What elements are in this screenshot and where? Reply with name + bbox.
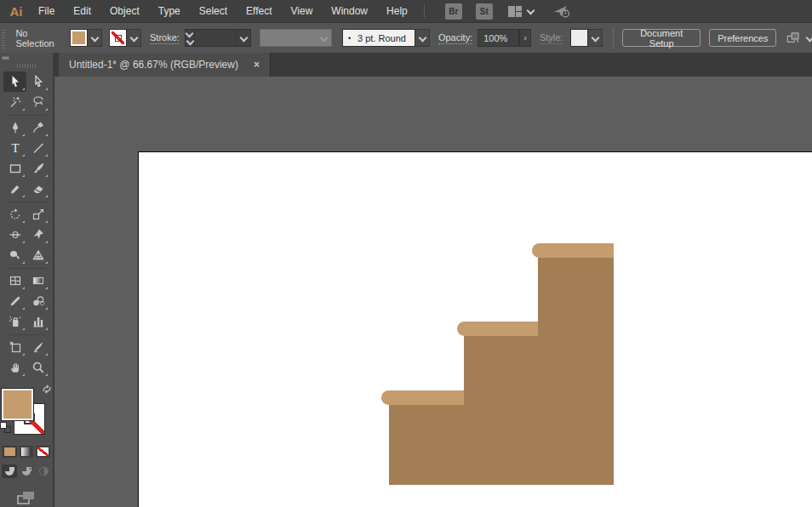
- tool-hand[interactable]: [3, 357, 26, 378]
- stair-tread-top[interactable]: [532, 243, 614, 258]
- menu-item-view[interactable]: View: [282, 0, 323, 22]
- selection-arrow-icon: [9, 75, 22, 88]
- menu-item-type[interactable]: Type: [149, 0, 190, 22]
- align-to-artboard-icon[interactable]: [786, 31, 802, 46]
- stroke-weight-stepper[interactable]: [185, 29, 196, 47]
- stroke-color-combo[interactable]: [109, 29, 141, 47]
- stroke-color-swatch[interactable]: [109, 29, 127, 47]
- fill-color-combo[interactable]: [70, 29, 102, 47]
- menu-item-object[interactable]: Object: [100, 0, 149, 22]
- tool-artboard[interactable]: [3, 337, 26, 357]
- tool-gradient[interactable]: [26, 271, 49, 291]
- stroke-label[interactable]: Stroke:: [150, 32, 180, 44]
- tool-perspective-grid[interactable]: [26, 245, 49, 265]
- brush-definition-combo[interactable]: • 3 pt. Round: [342, 29, 430, 47]
- chevron-down-icon[interactable]: [527, 8, 534, 14]
- workspace-switcher-icon[interactable]: [508, 6, 522, 17]
- hand-icon: [9, 361, 22, 374]
- artboard[interactable]: [138, 151, 812, 507]
- document-tab[interactable]: Untitled-1* @ 66.67% (RGB/Preview) ×: [59, 53, 271, 77]
- collapse-panel-icon[interactable]: ««: [0, 53, 53, 64]
- swap-fill-stroke-icon[interactable]: [42, 385, 52, 394]
- draw-behind-button[interactable]: [19, 464, 34, 478]
- panel-drag-grip[interactable]: [0, 64, 53, 71]
- tool-line-segment[interactable]: [26, 138, 49, 158]
- opacity-input[interactable]: 100%: [477, 29, 519, 47]
- default-fill-stroke-icon[interactable]: [0, 422, 12, 434]
- document-setup-button[interactable]: Document Setup: [622, 29, 700, 47]
- tool-symbol-sprayer[interactable]: [3, 311, 26, 332]
- menu-item-edit[interactable]: Edit: [64, 0, 100, 22]
- style-swatch[interactable]: [570, 29, 588, 47]
- stairs-artwork[interactable]: [139, 152, 812, 507]
- stroke-weight-select[interactable]: [195, 29, 251, 47]
- preferences-button[interactable]: Preferences: [709, 29, 776, 47]
- chevron-down-icon[interactable]: [806, 35, 812, 42]
- tool-zoom[interactable]: [26, 357, 49, 378]
- canvas[interactable]: [54, 77, 812, 507]
- share-screen-off-icon[interactable]: [552, 3, 571, 19]
- opacity-panel-expand[interactable]: ›: [519, 29, 530, 47]
- tool-paintbrush[interactable]: [26, 158, 49, 179]
- fill-indicator[interactable]: [2, 389, 33, 420]
- tool-slice[interactable]: [26, 337, 49, 357]
- brush-definition-value[interactable]: • 3 pt. Round: [342, 29, 415, 47]
- panel-grip[interactable]: [2, 28, 5, 48]
- menu-item-file[interactable]: File: [29, 0, 64, 22]
- tool-column-graph[interactable]: [26, 311, 49, 332]
- brush-preview-dot: •: [348, 34, 351, 43]
- tool-eyedropper[interactable]: [3, 291, 26, 311]
- fill-color-dropdown[interactable]: [88, 29, 102, 47]
- curvature-icon: [31, 121, 45, 134]
- tool-pencil[interactable]: [3, 179, 26, 199]
- tool-mesh[interactable]: [3, 271, 26, 291]
- tool-direct-selection[interactable]: [26, 71, 49, 92]
- paintbrush-icon: [31, 162, 45, 175]
- stock-button[interactable]: St: [476, 3, 493, 20]
- tool-puppet-warp[interactable]: [26, 225, 49, 245]
- tool-rotate[interactable]: [3, 204, 26, 225]
- draw-inside-button[interactable]: [36, 464, 51, 478]
- tool-blend[interactable]: [26, 291, 49, 311]
- scale-icon: [31, 208, 45, 221]
- magic-wand-icon: [9, 95, 22, 109]
- style-dropdown[interactable]: [588, 29, 603, 47]
- tool-rectangle[interactable]: [3, 158, 26, 179]
- tool-eraser[interactable]: [26, 179, 49, 199]
- stroke-weight-dropdown[interactable]: [236, 30, 250, 46]
- bridge-button[interactable]: Br: [445, 3, 462, 20]
- menu-item-effect[interactable]: Effect: [237, 0, 281, 22]
- color-button[interactable]: [3, 446, 17, 458]
- menu-item-select[interactable]: Select: [190, 0, 237, 22]
- tool-curvature[interactable]: [26, 117, 49, 138]
- rectangle-icon: [9, 162, 22, 175]
- draw-normal-button[interactable]: [2, 464, 17, 478]
- tool-width[interactable]: [3, 225, 26, 245]
- tool-scale[interactable]: [26, 204, 49, 225]
- menu-item-help[interactable]: Help: [377, 0, 417, 22]
- opacity-label[interactable]: Opacity:: [438, 32, 472, 44]
- stair-tread-middle[interactable]: [457, 322, 538, 336]
- svg-text:T: T: [11, 141, 19, 155]
- menu-bar: Ai File Edit Object Type Select Effect V…: [0, 0, 812, 22]
- tool-selection[interactable]: [3, 71, 26, 92]
- brush-definition-dropdown[interactable]: [415, 29, 430, 47]
- style-combo[interactable]: [566, 29, 603, 47]
- gradient-button[interactable]: [20, 446, 34, 458]
- tool-shape-builder[interactable]: [3, 245, 26, 265]
- width-profile-select[interactable]: [260, 29, 331, 47]
- style-label[interactable]: Style:: [540, 32, 563, 44]
- stairs-body[interactable]: [389, 258, 614, 485]
- tool-magic-wand[interactable]: [3, 92, 26, 112]
- change-screen-mode-icon[interactable]: [15, 489, 37, 506]
- pencil-icon: [9, 182, 22, 196]
- tool-lasso[interactable]: [26, 92, 49, 112]
- stair-tread-bottom[interactable]: [381, 390, 464, 405]
- close-tab-icon[interactable]: ×: [254, 59, 260, 71]
- tool-pen[interactable]: [3, 117, 26, 138]
- tool-type[interactable]: T: [3, 138, 26, 158]
- none-button[interactable]: [36, 446, 50, 458]
- stroke-color-dropdown[interactable]: [127, 29, 141, 47]
- fill-color-swatch[interactable]: [70, 29, 88, 47]
- menu-item-window[interactable]: Window: [322, 0, 377, 22]
